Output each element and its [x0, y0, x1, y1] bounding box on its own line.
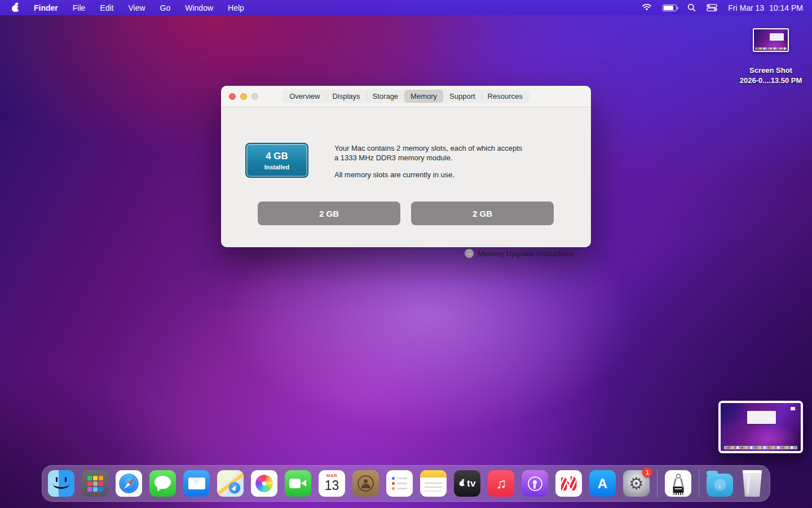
screenshot-file-label: Screen Shot 2026-0....13.50 PM [733, 65, 809, 86]
installed-memory-value: 4 GB [266, 151, 288, 162]
dock-system-preferences[interactable]: ⚙ 1 [623, 470, 650, 497]
dock-trash[interactable] [740, 470, 764, 497]
tab-storage[interactable]: Storage [367, 90, 405, 103]
navigation-arrow-icon [229, 482, 240, 493]
file-label-line1: Screen Shot [733, 65, 809, 76]
podcasts-antenna-icon [528, 476, 542, 491]
installed-memory-label: Installed [264, 164, 290, 170]
arrow-circle-icon[interactable]: → [465, 249, 474, 258]
menu-window[interactable]: Window [185, 3, 213, 12]
dock-launchpad[interactable] [82, 470, 108, 497]
desktop: Finder File Edit View Go Window Help Fri… [0, 0, 812, 508]
calendar-month: MAR [319, 470, 345, 478]
dock-contacts[interactable] [352, 470, 379, 497]
news-n-icon [561, 476, 577, 491]
preview-mini-dock [724, 446, 798, 449]
screenshot-preview-popup[interactable] [718, 401, 803, 453]
menu-app-name[interactable]: Finder [34, 3, 58, 12]
dock: MAR 13 tv ♫ A ⚙ 1 [42, 465, 770, 502]
tab-displays[interactable]: Displays [326, 90, 366, 103]
tab-support[interactable]: Support [443, 90, 482, 103]
screenshot-thumbnail [753, 28, 789, 52]
envelope-icon [188, 478, 205, 489]
calipers-icon [676, 474, 681, 479]
memory-description-block: Your Mac contains 2 memory slots, each o… [334, 143, 525, 179]
music-note-icon: ♫ [496, 476, 506, 491]
traffic-lights [229, 93, 258, 100]
control-center-icon[interactable] [707, 4, 717, 11]
dock-apple-tv[interactable]: tv [454, 470, 480, 497]
menu-bar-left: Finder File Edit View Go Window Help [0, 3, 244, 12]
memory-slots-note: All memory slots are currently in use. [334, 170, 525, 179]
preview-mini-desktop-icon [791, 407, 795, 410]
dock-system-information[interactable] [665, 470, 691, 497]
tab-bar: Overview Displays Storage Memory Support… [283, 89, 529, 103]
dock-notes[interactable] [420, 470, 447, 497]
dock-messages[interactable] [149, 470, 176, 497]
app-store-a-icon: A [598, 476, 607, 492]
memory-chip-icon [673, 487, 683, 493]
dock-news[interactable] [555, 470, 582, 497]
dock-finder[interactable] [48, 470, 74, 497]
menu-view[interactable]: View [128, 3, 145, 12]
memory-tab-content: 4 GB Installed Your Mac contains 2 memor… [221, 107, 591, 247]
battery-icon[interactable] [663, 5, 677, 11]
minimize-button[interactable] [240, 93, 247, 100]
system-information-window: Overview Displays Storage Memory Support… [221, 86, 591, 247]
memory-description: Your Mac contains 2 memory slots, each o… [334, 143, 525, 163]
calendar-day: 13 [325, 478, 339, 493]
apple-logo-icon [460, 480, 465, 486]
dock-app-store[interactable]: A [589, 470, 616, 497]
dock-reminders[interactable] [386, 470, 413, 497]
dock-separator [657, 470, 657, 497]
dock-mail[interactable] [183, 470, 210, 497]
tab-memory[interactable]: Memory [404, 90, 443, 103]
dock-separator [699, 470, 699, 497]
clock-time: 10:14 PM [769, 3, 803, 12]
dock-maps[interactable] [217, 470, 244, 497]
installed-memory-badge: 4 GB Installed [245, 143, 308, 178]
mini-window [770, 33, 784, 41]
wifi-icon[interactable] [642, 4, 652, 11]
memory-slot-2: 2 GB [411, 202, 554, 225]
memory-slot-1: 2 GB [258, 202, 400, 225]
apple-menu-icon[interactable] [12, 3, 19, 12]
preview-wallpaper [721, 403, 801, 451]
close-button[interactable] [229, 93, 236, 100]
tab-overview[interactable]: Overview [283, 90, 326, 103]
download-arrow-icon: ↓ [714, 479, 726, 491]
dock-calendar[interactable]: MAR 13 [319, 470, 345, 497]
gear-icon: ⚙ [629, 475, 644, 492]
menu-file[interactable]: File [73, 3, 86, 12]
preview-mini-window [747, 411, 776, 423]
menu-edit[interactable]: Edit [100, 3, 113, 12]
person-silhouette-icon [360, 479, 372, 489]
file-label-line2: 2026-0....13.50 PM [733, 76, 809, 86]
dock-downloads-folder[interactable]: ↓ [707, 474, 733, 497]
memory-upgrade-link-label[interactable]: Memory Upgrade Instructions [478, 249, 574, 258]
memory-upgrade-link[interactable]: → Memory Upgrade Instructions [465, 249, 574, 258]
dock-music[interactable]: ♫ [488, 470, 514, 497]
dock-safari[interactable] [116, 470, 142, 497]
clock-date: Fri Mar 13 [728, 3, 764, 12]
tab-resources[interactable]: Resources [482, 90, 529, 103]
menu-bar-clock[interactable]: Fri Mar 13 10:14 PM [728, 3, 803, 12]
dock-facetime[interactable] [285, 470, 311, 497]
dock-podcasts[interactable] [522, 470, 548, 497]
mini-dock [755, 47, 786, 50]
memory-slots: 2 GB 2 GB [258, 202, 554, 225]
compass-needle-icon [122, 477, 135, 490]
dock-photos[interactable] [251, 470, 277, 497]
menu-bar-status: Fri Mar 13 10:14 PM [642, 3, 812, 12]
window-titlebar[interactable]: Overview Displays Storage Memory Support… [221, 86, 591, 107]
mini-wallpaper [754, 29, 788, 51]
menu-bar: Finder File Edit View Go Window Help Fri… [0, 0, 812, 15]
spotlight-search-icon[interactable] [687, 3, 696, 12]
zoom-button[interactable] [251, 93, 258, 100]
menu-go[interactable]: Go [160, 3, 171, 12]
desktop-screenshot-file[interactable]: Screen Shot 2026-0....13.50 PM [733, 28, 809, 86]
notification-badge: 1 [642, 467, 652, 478]
menu-help[interactable]: Help [228, 3, 244, 12]
tv-label: tv [467, 478, 476, 489]
